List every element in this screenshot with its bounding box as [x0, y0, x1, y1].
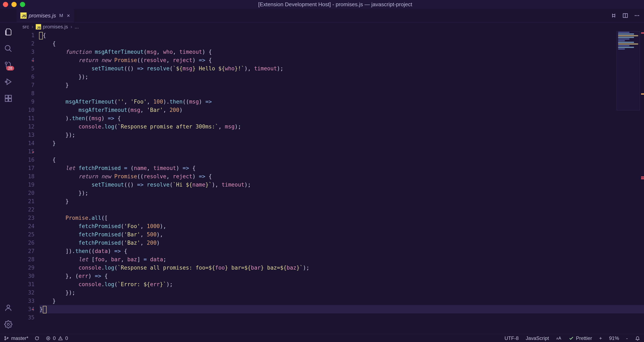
- code-line[interactable]: fetchPromised('Bar', 500),: [40, 230, 644, 239]
- code-line[interactable]: fetchPromised('Baz', 200): [40, 239, 644, 247]
- code-token[interactable]: ): [88, 273, 95, 279]
- code-token[interactable]: msg: [130, 107, 140, 113]
- code-token[interactable]: ,: [147, 165, 153, 171]
- code-token[interactable]: '': [118, 99, 124, 105]
- code-token[interactable]: ,: [166, 57, 173, 63]
- code-token[interactable]: =>: [95, 273, 101, 279]
- code-token[interactable]: (: [170, 65, 173, 72]
- code-token[interactable]: log: [104, 281, 114, 288]
- code-token[interactable]: [40, 182, 92, 188]
- more-actions-icon[interactable]: [634, 13, 640, 18]
- code-token[interactable]: );: [303, 265, 309, 271]
- code-editor[interactable]: ▸ ▸ ▸ 1234567891011121314151617181920212…: [16, 31, 644, 334]
- code-token[interactable]: setTimeout: [92, 65, 124, 72]
- code-line[interactable]: ).then((msg) => {: [40, 114, 644, 122]
- code-token[interactable]: =>: [182, 165, 189, 171]
- code-token[interactable]: {: [189, 165, 196, 171]
- code-line[interactable]: console.log(`Response promise after 300m…: [40, 122, 644, 131]
- code-token[interactable]: `Response all promises: foo=${: [118, 265, 215, 271]
- code-token[interactable]: timeout: [222, 182, 244, 188]
- code-token[interactable]: [147, 256, 150, 263]
- code-token[interactable]: [39, 32, 43, 39]
- code-token[interactable]: [40, 49, 66, 55]
- status-prettier[interactable]: Prettier: [568, 335, 592, 341]
- code-token[interactable]: ,: [163, 107, 170, 113]
- code-token[interactable]: (: [114, 281, 118, 288]
- code-token[interactable]: ]: [137, 256, 144, 263]
- code-token[interactable]: ,: [124, 99, 130, 105]
- code-token[interactable]: [40, 223, 78, 229]
- code-token[interactable]: [144, 182, 147, 188]
- code-token[interactable]: .: [101, 123, 104, 130]
- code-token[interactable]: [40, 240, 78, 246]
- code-line[interactable]: }: [40, 139, 644, 147]
- code-token[interactable]: ).: [40, 115, 72, 121]
- code-token[interactable]: [40, 281, 78, 288]
- code-token[interactable]: console: [78, 281, 102, 288]
- code-line[interactable]: [40, 89, 644, 97]
- code-token[interactable]: ,: [173, 49, 179, 55]
- code-token[interactable]: }: [40, 82, 69, 88]
- editor-tab-promises[interactable]: JS promises.js M ×: [16, 9, 74, 22]
- code-token[interactable]: ,: [140, 231, 147, 238]
- code-token[interactable]: msg: [182, 65, 192, 72]
- code-line[interactable]: let fetchPromised = (name, timeout) => {: [40, 164, 644, 172]
- code-token[interactable]: (: [121, 223, 124, 229]
- code-content[interactable]: { { function msgAfterTimeout(msg, who, t…: [40, 31, 644, 334]
- code-token[interactable]: {: [121, 248, 127, 254]
- code-token[interactable]: {: [205, 57, 212, 63]
- code-token[interactable]: name: [192, 182, 206, 188]
- code-token[interactable]: ,: [166, 173, 173, 180]
- code-token[interactable]: fetchPromised: [78, 231, 121, 238]
- code-token[interactable]: 'Foo': [130, 99, 147, 105]
- code-token[interactable]: ,: [140, 223, 147, 229]
- code-token[interactable]: [121, 165, 124, 171]
- code-token[interactable]: baz: [287, 265, 296, 271]
- code-token[interactable]: =: [144, 256, 147, 263]
- code-token[interactable]: Promise: [66, 215, 88, 221]
- code-token[interactable]: let: [78, 256, 92, 263]
- activity-extensions[interactable]: [3, 93, 13, 103]
- code-line[interactable]: }, (err) => {: [40, 272, 644, 280]
- code-token[interactable]: (: [114, 265, 118, 271]
- breadcrumb-root[interactable]: src: [22, 24, 29, 30]
- code-token[interactable]: }: [40, 198, 69, 204]
- code-token[interactable]: }: [40, 140, 56, 146]
- code-token[interactable]: ((): [124, 182, 137, 188]
- code-token[interactable]: let: [66, 165, 78, 171]
- code-token[interactable]: msgAfterTimeout: [78, 107, 127, 113]
- activity-settings[interactable]: [3, 319, 13, 329]
- code-token[interactable]: return: [78, 57, 102, 63]
- code-token[interactable]: foo: [215, 265, 225, 271]
- code-line[interactable]: {: [40, 156, 644, 164]
- fold-indicator-icon[interactable]: ▸: [32, 148, 34, 156]
- code-token[interactable]: msg: [92, 115, 101, 121]
- code-token[interactable]: }!`: [234, 65, 244, 72]
- code-line[interactable]: [40, 313, 644, 322]
- window-maximize-button[interactable]: [20, 2, 25, 7]
- code-token[interactable]: who: [225, 65, 234, 72]
- code-token[interactable]: setTimeout: [92, 182, 124, 188]
- code-token[interactable]: );: [166, 281, 173, 288]
- code-token[interactable]: {: [40, 157, 56, 163]
- code-token[interactable]: } Hello ${: [192, 65, 225, 72]
- activity-explorer[interactable]: [3, 27, 13, 37]
- code-token[interactable]: =>: [205, 99, 212, 105]
- code-token[interactable]: ,: [157, 49, 163, 55]
- code-token[interactable]: =>: [114, 248, 121, 254]
- code-token[interactable]: =>: [137, 182, 144, 188]
- code-line[interactable]: }: [40, 305, 644, 313]
- code-token[interactable]: ((: [137, 173, 144, 180]
- code-token[interactable]: 'Foo': [124, 223, 140, 229]
- status-encoding[interactable]: UTF-8: [504, 335, 519, 341]
- code-token[interactable]: msg: [189, 99, 199, 105]
- code-token[interactable]: Promise: [114, 57, 137, 63]
- code-token[interactable]: [40, 99, 66, 105]
- code-token[interactable]: [40, 65, 92, 72]
- code-token[interactable]: }, (: [40, 273, 78, 279]
- code-line[interactable]: return new Promise((resolve, reject) => …: [40, 172, 644, 181]
- code-token[interactable]: );: [234, 123, 241, 130]
- code-token[interactable]: log: [104, 265, 114, 271]
- code-token[interactable]: timeout: [254, 65, 277, 72]
- code-token[interactable]: [43, 306, 46, 313]
